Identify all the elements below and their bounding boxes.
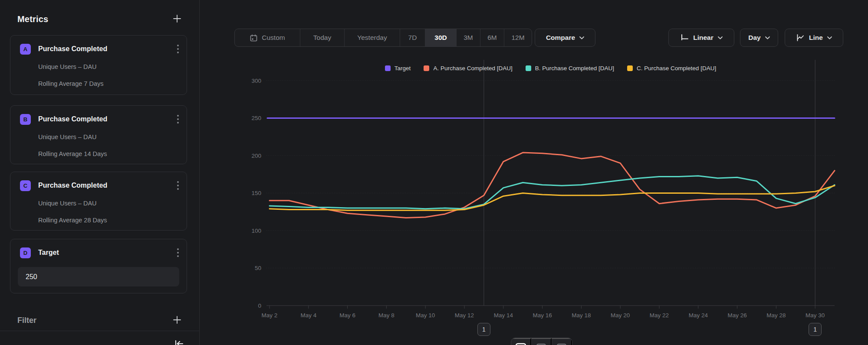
metric-badge-b: B <box>20 114 31 125</box>
svg-text:May 28: May 28 <box>766 312 786 319</box>
svg-text:300: 300 <box>251 78 261 84</box>
plus-icon <box>172 14 182 25</box>
svg-text:May 18: May 18 <box>572 312 591 319</box>
add-filter-button[interactable] <box>171 313 184 328</box>
filter-section: Filter <box>17 313 184 328</box>
chart-panel: Custom Today Yesterday 7D 30D 3M 6M 12M … <box>200 0 868 345</box>
chart-style-toggle <box>511 338 572 345</box>
target-value-input[interactable] <box>18 267 179 286</box>
metric-transform: Rolling Average 28 Days <box>38 217 107 224</box>
svg-text:May 8: May 8 <box>378 312 395 319</box>
metric-menu-button[interactable] <box>175 179 181 192</box>
metric-card-c-header: C Purchase Completed <box>20 180 181 191</box>
svg-text:May 30: May 30 <box>806 312 825 319</box>
filter-title: Filter <box>17 316 36 325</box>
metric-title: Purchase Completed <box>38 45 175 53</box>
metric-card-a[interactable]: A Purchase Completed Unique Users – DAU … <box>10 35 187 95</box>
svg-text:May 16: May 16 <box>533 312 552 319</box>
chart-style-bar-button[interactable] <box>531 338 552 345</box>
plus-icon <box>172 315 182 326</box>
svg-text:May 6: May 6 <box>339 312 355 319</box>
metric-title: Purchase Completed <box>38 182 175 189</box>
metric-badge-d: D <box>20 247 31 258</box>
svg-text:May 12: May 12 <box>455 312 474 319</box>
metric-card-a-header: A Purchase Completed <box>20 43 181 55</box>
sidebar-title: Metrics <box>17 14 48 24</box>
collapse-left-icon <box>173 338 184 345</box>
metric-badge-c: C <box>20 180 31 191</box>
metric-measure: Unique Users – DAU <box>38 133 97 140</box>
add-metric-button[interactable] <box>171 12 184 26</box>
svg-text:May 2: May 2 <box>262 312 278 319</box>
annotation-badge[interactable]: 1 <box>809 323 822 336</box>
metric-menu-button[interactable] <box>175 43 181 55</box>
annotation-badge[interactable]: 1 <box>477 323 490 336</box>
kebab-icon <box>177 45 179 53</box>
kebab-icon <box>177 248 179 257</box>
target-card[interactable]: D Target <box>10 239 187 293</box>
svg-text:250: 250 <box>251 115 261 121</box>
metric-card-c[interactable]: C Purchase Completed Unique Users – DAU … <box>10 172 187 231</box>
svg-text:150: 150 <box>251 190 261 196</box>
kebab-icon <box>177 181 179 190</box>
target-menu-button[interactable] <box>175 247 181 259</box>
svg-text:May 24: May 24 <box>689 312 708 319</box>
target-title: Target <box>38 249 175 257</box>
metric-transform: Rolling Average 14 Days <box>38 150 107 157</box>
metrics-sidebar: Metrics A Purchase Completed Unique User… <box>0 0 200 345</box>
metric-card-b[interactable]: B Purchase Completed Unique Users – DAU … <box>10 105 187 164</box>
svg-text:May 26: May 26 <box>727 312 746 319</box>
metric-measure: Unique Users – DAU <box>38 63 97 70</box>
svg-text:May 22: May 22 <box>650 312 669 319</box>
metric-badge-a: A <box>20 44 31 55</box>
kebab-icon <box>177 115 179 124</box>
app-root: Metrics A Purchase Completed Unique User… <box>0 0 868 345</box>
line-chart[interactable]: 050100150200250300May 2May 4May 6May 8Ma… <box>200 0 868 345</box>
svg-text:May 14: May 14 <box>494 312 513 319</box>
collapse-sidebar-button[interactable] <box>171 336 186 345</box>
svg-text:100: 100 <box>251 228 261 234</box>
target-card-header: D Target <box>20 247 181 258</box>
metric-card-b-header: B Purchase Completed <box>20 114 181 125</box>
area-style-icon <box>556 342 567 345</box>
svg-text:May 10: May 10 <box>416 312 435 319</box>
metric-menu-button[interactable] <box>175 113 181 125</box>
sidebar-footer-divider <box>0 331 199 331</box>
metric-measure: Unique Users – DAU <box>38 200 97 207</box>
svg-text:0: 0 <box>258 303 261 309</box>
svg-text:May 20: May 20 <box>611 312 630 319</box>
bar-style-icon <box>536 342 547 345</box>
metric-title: Purchase Completed <box>38 115 175 123</box>
metric-transform: Rolling Average 7 Days <box>38 80 103 87</box>
chart-style-area-button[interactable] <box>552 338 572 345</box>
svg-text:50: 50 <box>255 265 261 271</box>
svg-text:200: 200 <box>251 153 261 159</box>
sidebar-header: Metrics <box>17 12 184 26</box>
line-style-icon <box>515 342 526 345</box>
chart-style-line-button[interactable] <box>511 338 531 345</box>
svg-text:May 4: May 4 <box>300 312 316 319</box>
